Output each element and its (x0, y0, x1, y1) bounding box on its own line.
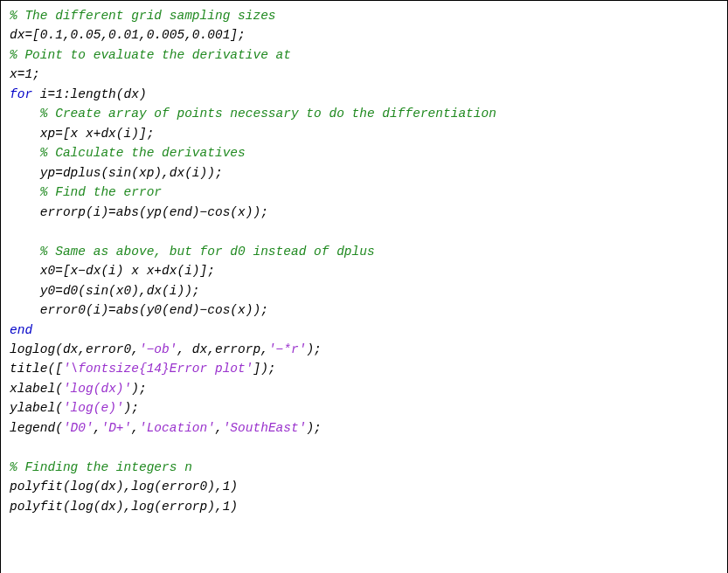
code-line: ); (306, 421, 321, 435)
comment: % Calculate the derivatives (10, 146, 246, 160)
comment: % Find the error (10, 185, 162, 199)
comment: % Point to evaluate the derivative at (10, 48, 291, 62)
code-line: dx=[0.1,0.05,0.01,0.005,0.001]; (10, 28, 246, 42)
code-line: polyfit(log(dx),log(error0),1) (10, 480, 238, 494)
comment: % Same as above, but for d0 instead of d… (10, 245, 375, 259)
code-line: ); (124, 401, 139, 415)
code-line: ylabel( (10, 401, 63, 415)
code-line: xp=[x x+dx(i)]; (10, 127, 154, 141)
comment: % The different grid sampling sizes (10, 9, 276, 23)
code-line: x0=[x−dx(i) x x+dx(i)]; (10, 264, 215, 278)
keyword-end: end (10, 323, 32, 337)
string: 'SouthEast' (223, 421, 307, 435)
keyword-for: for (10, 87, 32, 101)
code-line: , (131, 421, 139, 435)
code-line: y0=d0(sin(x0),dx(i)); (10, 284, 200, 298)
code-line: xlabel( (10, 382, 63, 396)
string: '\fontsize{14}Error plot' (63, 362, 253, 376)
code-line: ); (131, 382, 146, 396)
code-line: loglog(dx,error0, (10, 342, 139, 356)
code-line: ); (306, 342, 321, 356)
string: '−ob' (139, 342, 177, 356)
string: 'log(e)' (63, 401, 124, 415)
code-block: % The different grid sampling sizes dx=[… (0, 0, 728, 573)
code-line: error0(i)=abs(y0(end)−cos(x)); (10, 303, 268, 317)
code-line: , dx,errorp, (177, 342, 267, 356)
code-line: polyfit(log(dx),log(errorp),1) (10, 500, 238, 514)
code-line: yp=dplus(sin(xp),dx(i)); (10, 166, 223, 180)
code-line: , (215, 421, 223, 435)
string: '−*r' (268, 342, 307, 356)
string: 'D0' (63, 421, 94, 435)
code-line: i=1:length(dx) (32, 87, 147, 101)
string: 'D+' (101, 421, 131, 435)
code-line: legend( (10, 421, 63, 435)
code-line: errorp(i)=abs(yp(end)−cos(x)); (10, 205, 268, 219)
code-line: ]); (253, 362, 275, 376)
string: 'Location' (139, 421, 215, 435)
code-line: title([ (10, 362, 63, 376)
comment: % Finding the integers n (10, 460, 192, 474)
comment: % Create array of points necessary to do… (10, 107, 496, 121)
string: 'log(dx)' (63, 382, 131, 396)
code-line: x=1; (10, 67, 40, 81)
